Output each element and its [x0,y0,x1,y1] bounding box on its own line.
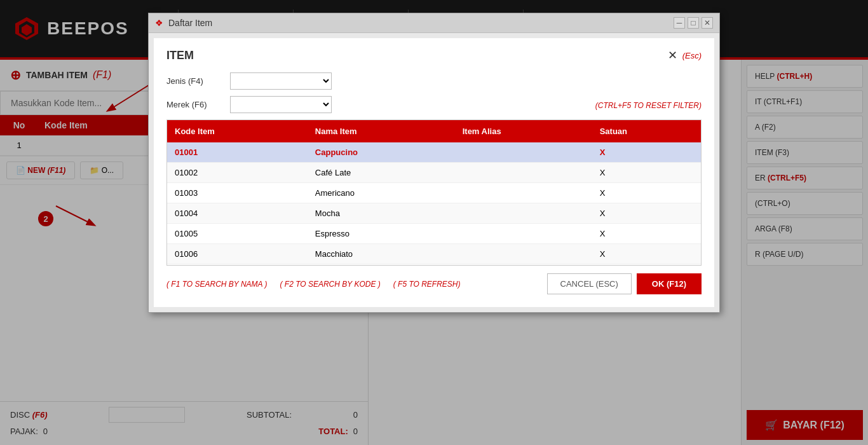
td-satuan: X [592,224,701,244]
td-satuan: X [592,142,701,163]
jenis-label: Jenis (F4) [166,76,217,86]
jenis-select[interactable] [230,72,332,90]
td-satuan: X [592,244,701,264]
td-kode: 01003 [167,183,308,203]
th-item-alias: Item Alias [455,120,592,142]
td-nama: Macchiato [308,244,455,264]
modal-controls: ─ □ ✕ [674,17,713,29]
th-nama-item: Nama Item [308,120,455,142]
modal-item-label: ITEM [166,49,194,62]
reset-filter-text: (CTRL+F5 TO RESET FILTER) [595,101,702,110]
modal-header-row: ITEM ✕ (Esc) [166,48,702,62]
td-nama: Café Late [308,163,455,183]
main-content: 1 ⊕ TAMBAH ITEM (F1) No Kode Item [0,60,868,445]
ok-button[interactable]: OK (F12) [637,273,702,294]
merek-select[interactable] [230,96,332,113]
td-alias [455,203,592,224]
td-kode: 01005 [167,224,308,244]
td-kode: 01002 [167,163,308,183]
reset-filter-hint: (CTRL+F5 TO RESET FILTER) [344,99,702,111]
hint-f1: ( F1 TO SEARCH BY NAMA ) [166,280,267,289]
table-row[interactable]: 01004 Mocha X [167,203,701,224]
modal-minimize-button[interactable]: ─ [674,17,685,29]
hint-f5: ( F5 TO REFRESH) [393,280,461,289]
modal-footer-buttons: CANCEL (ESC) OK (F12) [547,273,702,294]
modal-footer: ( F1 TO SEARCH BY NAMA ) ( F2 TO SEARCH … [166,266,702,297]
modal-titlebar: ❖ Daftar Item ─ □ ✕ [149,13,719,33]
table-row[interactable]: 01002 Café Late X [167,163,701,183]
th-kode-item: Kode Item [167,120,308,142]
td-nama: Mocha [308,203,455,224]
modal-maximize-button[interactable]: □ [688,17,699,29]
td-alias [455,224,592,244]
td-nama: Espresso [308,224,455,244]
td-nama: Cappucino [308,142,455,163]
td-kode: 01006 [167,244,308,264]
modal-table-body: 01001 Cappucino X 01002 Café Late X [167,142,701,266]
merek-label: Merek (F6) [166,100,217,109]
td-alias [455,163,592,183]
modal-footer-hints: ( F1 TO SEARCH BY NAMA ) ( F2 TO SEARCH … [166,280,461,289]
td-satuan: X [592,203,701,224]
modal-title: Daftar Item [168,18,212,28]
jenis-filter-row: Jenis (F4) [166,72,702,90]
hint-f2: ( F2 TO SEARCH BY KODE ) [280,280,380,289]
modal-table-head: Kode Item Nama Item Item Alias Satuan [167,120,701,142]
table-row[interactable]: 01001 Cappucino X [167,142,701,163]
td-kode: 01004 [167,203,308,224]
td-alias [455,142,592,163]
modal-x-icon[interactable]: ✕ [668,48,677,62]
modal-body: ITEM ✕ (Esc) Jenis (F4) Merek (F6) [154,38,714,307]
modal-table: Kode Item Nama Item Item Alias Satuan 01… [167,120,701,266]
modal-table-header-row: Kode Item Nama Item Item Alias Satuan [167,120,701,142]
td-satuan: X [592,163,701,183]
td-satuan: X [592,183,701,203]
table-row[interactable]: 01006 Macchiato X [167,244,701,264]
td-kode: 01001 [167,142,308,163]
modal-overlay: ❖ Daftar Item ─ □ ✕ ITEM ✕ (Esc) [0,0,868,445]
table-row[interactable]: 01003 Americano X [167,183,701,203]
td-nama: Americano [308,183,455,203]
table-row[interactable]: 01005 Espresso X [167,224,701,244]
modal-close-area[interactable]: ✕ (Esc) [668,48,702,62]
modal-esc-hint: (Esc) [682,51,702,60]
modal-close-button[interactable]: ✕ [702,17,713,29]
cancel-button[interactable]: CANCEL (ESC) [547,273,632,294]
beepos-modal-icon: ❖ [155,18,163,28]
modal-window: ❖ Daftar Item ─ □ ✕ ITEM ✕ (Esc) [148,13,720,313]
td-alias [455,244,592,264]
merek-filter-row: Merek (F6) (CTRL+F5 TO RESET FILTER) [166,96,702,113]
modal-table-container: Kode Item Nama Item Item Alias Satuan 01… [166,120,702,266]
th-satuan: Satuan [592,120,701,142]
td-alias [455,183,592,203]
modal-title-left: ❖ Daftar Item [155,18,212,28]
